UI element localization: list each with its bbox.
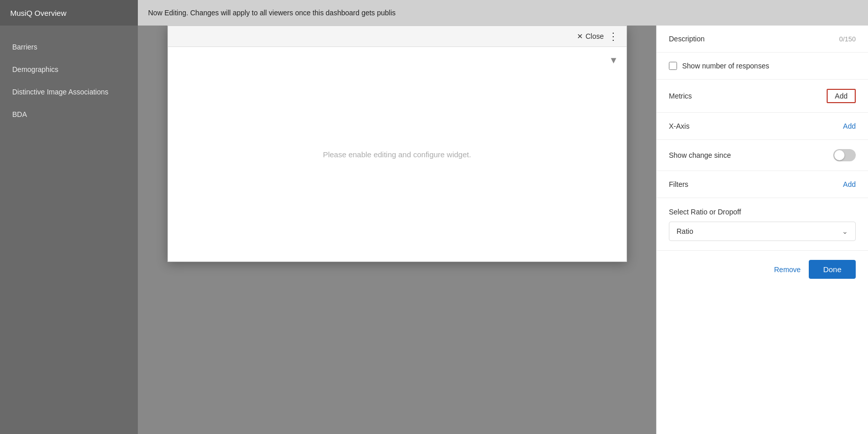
xaxis-section: X-Axis Add bbox=[657, 113, 868, 140]
filters-section: Filters Add bbox=[657, 171, 868, 198]
modal-more-button[interactable]: ⋮ bbox=[608, 31, 618, 41]
filters-row: Filters Add bbox=[669, 180, 856, 188]
metrics-row: Metrics Add bbox=[669, 89, 856, 103]
main-layout: Barriers Demographics Distinctive Image … bbox=[0, 26, 868, 434]
description-label: Description bbox=[669, 35, 705, 43]
description-section: Description 0/150 bbox=[657, 26, 868, 53]
filters-add-link[interactable]: Add bbox=[843, 180, 856, 188]
remove-button[interactable]: Remove bbox=[774, 266, 801, 274]
ratio-dropdown[interactable]: Ratio ⌄ bbox=[669, 222, 856, 241]
show-responses-label: Show number of responses bbox=[682, 62, 769, 70]
panel-actions: Remove Done bbox=[657, 251, 868, 288]
sidebar: Barriers Demographics Distinctive Image … bbox=[0, 26, 138, 434]
show-responses-section: Show number of responses bbox=[657, 53, 868, 80]
sidebar-item-distinctive-image[interactable]: Distinctive Image Associations bbox=[0, 81, 138, 103]
right-panel: Description 0/150 Show number of respons… bbox=[656, 26, 868, 434]
char-count: 0/150 bbox=[839, 35, 856, 43]
show-change-label: Show change since bbox=[669, 151, 731, 159]
show-change-section: Show change since bbox=[657, 140, 868, 171]
metrics-label: Metrics bbox=[669, 92, 692, 100]
modal-header: ✕ Close ⋮ bbox=[168, 26, 626, 47]
xaxis-row: X-Axis Add bbox=[669, 122, 856, 130]
metrics-add-button[interactable]: Add bbox=[827, 89, 856, 103]
ratio-selected-value: Ratio bbox=[677, 227, 693, 235]
xaxis-label: X-Axis bbox=[669, 122, 689, 130]
filters-label: Filters bbox=[669, 180, 688, 188]
modal-overlay: ✕ Close ⋮ ▼ Please enable editing and co… bbox=[138, 26, 656, 434]
show-change-row: Show change since bbox=[669, 149, 856, 161]
show-change-toggle[interactable] bbox=[833, 149, 856, 161]
chevron-down-icon: ⌄ bbox=[842, 227, 848, 235]
select-ratio-label: Select Ratio or Dropoff bbox=[669, 207, 856, 216]
top-bar: MusiQ Overview Now Editing. Changes will… bbox=[0, 0, 868, 26]
sidebar-item-barriers[interactable]: Barriers bbox=[0, 36, 138, 58]
editing-message: Now Editing. Changes will apply to all v… bbox=[138, 0, 868, 26]
brand-title: MusiQ Overview bbox=[0, 9, 138, 17]
close-x-icon: ✕ bbox=[577, 32, 583, 40]
show-responses-row: Show number of responses bbox=[669, 62, 856, 70]
modal-close-button[interactable]: ✕ Close bbox=[577, 32, 604, 40]
modal-body: ▼ Please enable editing and configure wi… bbox=[168, 47, 626, 261]
xaxis-add-link[interactable]: Add bbox=[843, 122, 856, 130]
description-row: Description 0/150 bbox=[669, 35, 856, 43]
sidebar-item-demographics[interactable]: Demographics bbox=[0, 58, 138, 81]
center-content: ✕ Close ⋮ ▼ Please enable editing and co… bbox=[138, 26, 656, 434]
metrics-section: Metrics Add bbox=[657, 80, 868, 113]
modal-placeholder: Please enable editing and configure widg… bbox=[323, 150, 471, 159]
close-label: Close bbox=[586, 32, 604, 40]
show-responses-checkbox[interactable] bbox=[669, 62, 677, 70]
select-ratio-section: Select Ratio or Dropoff Ratio ⌄ bbox=[657, 198, 868, 251]
sidebar-item-bda[interactable]: BDA bbox=[0, 103, 138, 126]
modal-box: ✕ Close ⋮ ▼ Please enable editing and co… bbox=[167, 26, 627, 262]
filter-icon[interactable]: ▼ bbox=[609, 55, 618, 66]
done-button[interactable]: Done bbox=[809, 260, 856, 279]
